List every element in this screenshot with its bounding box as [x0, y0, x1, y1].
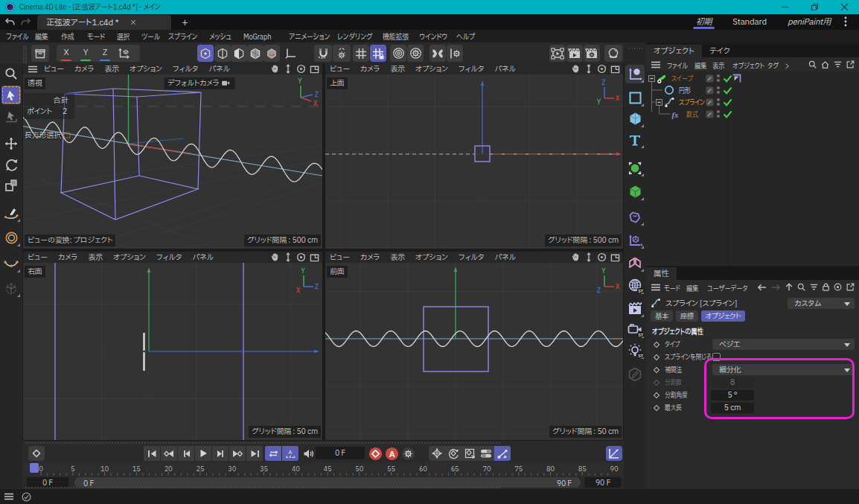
visibility-dots-icon[interactable]: [716, 98, 721, 106]
axis-lock-y[interactable]: Y: [76, 45, 95, 62]
attr-dropdown-0[interactable]: ベジエ: [712, 339, 855, 350]
viewport-perspective-canvas[interactable]: 透視グリッド間隔 : 500 cmデフォルトカメラ合計ポイント2長方形選択ビュー…: [23, 74, 322, 249]
workplane-button[interactable]: [353, 45, 369, 62]
vp-top-menu-1[interactable]: カメラ: [360, 63, 380, 74]
layout-menu-icon[interactable]: [844, 16, 855, 27]
symmetry-object-button[interactable]: [625, 254, 645, 272]
orbit-icon[interactable]: [597, 64, 607, 74]
go-to-end-button[interactable]: [246, 446, 263, 461]
edge-mode-button[interactable]: [231, 45, 247, 62]
om-menu-0[interactable]: ファイル: [667, 60, 688, 71]
vp-front-menu-5[interactable]: パネル: [494, 252, 516, 263]
orbit-icon[interactable]: [597, 252, 607, 262]
next-frame-button[interactable]: [212, 446, 229, 461]
object-row-circle[interactable]: 円形: [646, 84, 859, 96]
status-menu-icon[interactable]: [4, 493, 14, 500]
axis-lock-z[interactable]: Z: [95, 45, 115, 62]
menu-6[interactable]: スプライン: [168, 31, 197, 43]
menu-7[interactable]: メッシュ: [209, 31, 231, 43]
edit-toggle-icon[interactable]: [706, 98, 714, 106]
symmetry-button[interactable]: [430, 45, 446, 62]
layout-tab-default[interactable]: 初期: [686, 14, 723, 30]
enable-axis-button[interactable]: [282, 45, 300, 62]
instance-object-button[interactable]: [625, 231, 645, 249]
viewport-menu-icon[interactable]: [28, 66, 38, 73]
play-button[interactable]: [195, 446, 211, 461]
menu-4[interactable]: 選択: [117, 31, 130, 43]
object-name[interactable]: 円形: [679, 85, 691, 96]
vp-right-menu-1[interactable]: カメラ: [58, 252, 77, 263]
om-menu-1[interactable]: 編集: [694, 60, 706, 71]
scale-tool-button[interactable]: [1, 176, 21, 194]
visibility-dots-icon[interactable]: [716, 86, 721, 95]
edit-toggle-icon[interactable]: [706, 86, 714, 95]
attr-tab-2[interactable]: オブジェクト: [701, 310, 745, 322]
attr-popout-icon[interactable]: [846, 282, 855, 292]
go-to-start-button[interactable]: [144, 446, 160, 461]
axis-lock-x[interactable]: X: [57, 45, 76, 62]
enabled-check-icon[interactable]: [723, 86, 732, 95]
back-icon[interactable]: [756, 283, 767, 292]
menu-1[interactable]: 編集: [35, 31, 48, 43]
dolly-icon[interactable]: [584, 252, 593, 262]
record-button[interactable]: [367, 446, 383, 461]
maximize-icon[interactable]: [310, 64, 319, 74]
vp-perspective-menu-3[interactable]: オプション: [130, 63, 162, 74]
previous-key-button[interactable]: [161, 446, 177, 461]
render-picture-viewer-button[interactable]: [566, 45, 583, 62]
attr-menu-icon[interactable]: [651, 284, 661, 291]
vp-front-menu-0[interactable]: ビュー: [330, 252, 350, 263]
expander-icon[interactable]: [648, 75, 655, 82]
layout-tab-penipaint用[interactable]: peniPaint用: [777, 14, 841, 30]
edit-toggle-icon[interactable]: [706, 74, 714, 83]
point-mode-button[interactable]: [214, 45, 231, 62]
attr-menu-1[interactable]: 編集: [686, 283, 698, 294]
key-position-button[interactable]: [429, 446, 445, 461]
vp-right-menu-5[interactable]: パネル: [192, 252, 214, 263]
undo-icon[interactable]: [4, 18, 16, 27]
attr-tab-1[interactable]: 座標: [676, 310, 698, 322]
loop-playback-button[interactable]: [265, 446, 281, 461]
vp-top-menu-2[interactable]: 表示: [390, 63, 405, 74]
lock-icon[interactable]: [822, 282, 830, 292]
minimize-button[interactable]: [770, 0, 799, 14]
keyframe-diamond-button[interactable]: [28, 446, 45, 461]
keying-settings-button[interactable]: [400, 446, 416, 461]
tab-takes[interactable]: テイク: [702, 45, 738, 57]
enabled-check-icon[interactable]: [723, 110, 732, 118]
polygon-mode-button[interactable]: [247, 45, 264, 62]
autokey-frames-button[interactable]: A: [282, 446, 298, 461]
coordinate-system-button[interactable]: [115, 45, 134, 62]
palette-grip[interactable]: [628, 47, 642, 51]
attr-tab-0[interactable]: 基本: [651, 310, 673, 322]
orbit-icon[interactable]: [296, 252, 306, 262]
up-icon[interactable]: [785, 282, 793, 292]
timeline-ruler[interactable]: 051015202530354045505560657075808590: [22, 462, 624, 476]
panel-menu-icon[interactable]: [651, 61, 661, 68]
close-button[interactable]: [829, 0, 859, 14]
attr-checkbox-1[interactable]: [712, 353, 721, 361]
menu-13[interactable]: ヘルプ: [456, 31, 475, 43]
vp-front-menu-2[interactable]: 表示: [390, 252, 405, 263]
render-view-button[interactable]: [549, 45, 566, 62]
subdivision-surface-button[interactable]: [625, 159, 645, 177]
autokey-button[interactable]: A: [383, 446, 400, 461]
filter-icon[interactable]: [833, 60, 843, 68]
model-mode-button[interactable]: [197, 45, 214, 62]
maximize-icon[interactable]: [310, 252, 319, 262]
toolbar-grip[interactable]: [23, 46, 28, 60]
attr-menu-2[interactable]: ユーザーデータ: [707, 283, 748, 294]
viewport-top-canvas[interactable]: 上面グリッド間隔 : 500 cmZXY: [325, 74, 623, 249]
dolly-icon[interactable]: [584, 64, 593, 74]
menu-9[interactable]: アニメーション: [289, 31, 330, 43]
enabled-check-icon[interactable]: [723, 98, 732, 106]
menu-0[interactable]: ファイル: [6, 31, 29, 43]
workplane-lock-button[interactable]: [370, 45, 386, 62]
attr-dropdown-2[interactable]: 細分化: [712, 364, 855, 375]
fcurve-button[interactable]: [606, 446, 622, 461]
object-row-sweep[interactable]: スイープ: [646, 72, 859, 84]
viewport-front-canvas[interactable]: 前面グリッド間隔 : 50 cmYXZ: [325, 263, 623, 440]
menu-5[interactable]: ツール: [141, 31, 160, 43]
tab-objects[interactable]: オブジェクト: [646, 45, 702, 57]
target-icon[interactable]: [833, 282, 843, 292]
